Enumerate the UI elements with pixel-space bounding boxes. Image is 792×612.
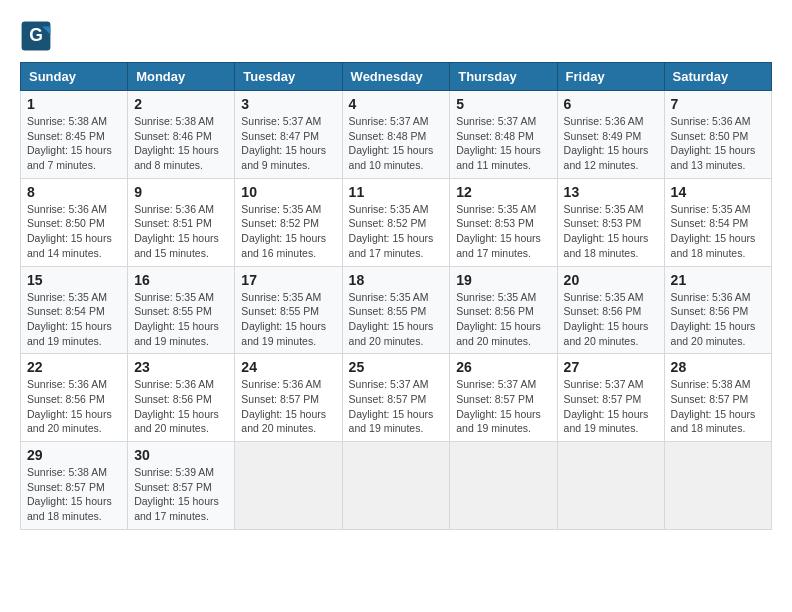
calendar-cell [450,442,557,530]
calendar-cell: 13 Sunrise: 5:35 AMSunset: 8:53 PMDaylig… [557,178,664,266]
calendar-cell: 1 Sunrise: 5:38 AMSunset: 8:45 PMDayligh… [21,91,128,179]
day-number: 17 [241,272,335,288]
day-number: 2 [134,96,228,112]
weekday-header: Monday [128,63,235,91]
day-info: Sunrise: 5:37 AMSunset: 8:57 PMDaylight:… [456,378,541,434]
day-number: 7 [671,96,765,112]
calendar-cell: 4 Sunrise: 5:37 AMSunset: 8:48 PMDayligh… [342,91,450,179]
calendar-cell: 23 Sunrise: 5:36 AMSunset: 8:56 PMDaylig… [128,354,235,442]
header-row: SundayMondayTuesdayWednesdayThursdayFrid… [21,63,772,91]
day-info: Sunrise: 5:35 AMSunset: 8:52 PMDaylight:… [349,203,434,259]
weekday-header: Friday [557,63,664,91]
weekday-header: Saturday [664,63,771,91]
calendar-cell: 28 Sunrise: 5:38 AMSunset: 8:57 PMDaylig… [664,354,771,442]
day-info: Sunrise: 5:35 AMSunset: 8:55 PMDaylight:… [349,291,434,347]
calendar-cell: 17 Sunrise: 5:35 AMSunset: 8:55 PMDaylig… [235,266,342,354]
calendar-cell: 27 Sunrise: 5:37 AMSunset: 8:57 PMDaylig… [557,354,664,442]
day-number: 1 [27,96,121,112]
calendar-cell: 26 Sunrise: 5:37 AMSunset: 8:57 PMDaylig… [450,354,557,442]
calendar-cell [235,442,342,530]
day-number: 30 [134,447,228,463]
day-info: Sunrise: 5:35 AMSunset: 8:53 PMDaylight:… [456,203,541,259]
calendar-row: 8 Sunrise: 5:36 AMSunset: 8:50 PMDayligh… [21,178,772,266]
day-number: 4 [349,96,444,112]
day-number: 28 [671,359,765,375]
svg-text:G: G [29,25,43,45]
calendar-cell: 24 Sunrise: 5:36 AMSunset: 8:57 PMDaylig… [235,354,342,442]
day-info: Sunrise: 5:36 AMSunset: 8:57 PMDaylight:… [241,378,326,434]
day-number: 22 [27,359,121,375]
day-info: Sunrise: 5:35 AMSunset: 8:52 PMDaylight:… [241,203,326,259]
day-info: Sunrise: 5:38 AMSunset: 8:46 PMDaylight:… [134,115,219,171]
day-number: 24 [241,359,335,375]
day-number: 10 [241,184,335,200]
day-info: Sunrise: 5:35 AMSunset: 8:54 PMDaylight:… [27,291,112,347]
day-info: Sunrise: 5:36 AMSunset: 8:50 PMDaylight:… [27,203,112,259]
calendar-cell: 6 Sunrise: 5:36 AMSunset: 8:49 PMDayligh… [557,91,664,179]
calendar: SundayMondayTuesdayWednesdayThursdayFrid… [20,62,772,530]
day-number: 6 [564,96,658,112]
calendar-cell: 10 Sunrise: 5:35 AMSunset: 8:52 PMDaylig… [235,178,342,266]
day-info: Sunrise: 5:35 AMSunset: 8:55 PMDaylight:… [241,291,326,347]
day-info: Sunrise: 5:37 AMSunset: 8:48 PMDaylight:… [456,115,541,171]
page-header: G [20,20,772,52]
day-info: Sunrise: 5:36 AMSunset: 8:51 PMDaylight:… [134,203,219,259]
day-info: Sunrise: 5:39 AMSunset: 8:57 PMDaylight:… [134,466,219,522]
logo: G [20,20,56,52]
calendar-cell: 7 Sunrise: 5:36 AMSunset: 8:50 PMDayligh… [664,91,771,179]
day-number: 15 [27,272,121,288]
calendar-cell [342,442,450,530]
calendar-row: 29 Sunrise: 5:38 AMSunset: 8:57 PMDaylig… [21,442,772,530]
day-number: 8 [27,184,121,200]
calendar-cell: 20 Sunrise: 5:35 AMSunset: 8:56 PMDaylig… [557,266,664,354]
calendar-cell: 12 Sunrise: 5:35 AMSunset: 8:53 PMDaylig… [450,178,557,266]
calendar-cell: 18 Sunrise: 5:35 AMSunset: 8:55 PMDaylig… [342,266,450,354]
day-number: 26 [456,359,550,375]
calendar-cell: 29 Sunrise: 5:38 AMSunset: 8:57 PMDaylig… [21,442,128,530]
day-number: 12 [456,184,550,200]
calendar-cell: 8 Sunrise: 5:36 AMSunset: 8:50 PMDayligh… [21,178,128,266]
day-number: 25 [349,359,444,375]
day-info: Sunrise: 5:38 AMSunset: 8:45 PMDaylight:… [27,115,112,171]
day-info: Sunrise: 5:36 AMSunset: 8:56 PMDaylight:… [134,378,219,434]
calendar-cell: 15 Sunrise: 5:35 AMSunset: 8:54 PMDaylig… [21,266,128,354]
calendar-cell [664,442,771,530]
calendar-cell: 19 Sunrise: 5:35 AMSunset: 8:56 PMDaylig… [450,266,557,354]
day-info: Sunrise: 5:37 AMSunset: 8:48 PMDaylight:… [349,115,434,171]
day-info: Sunrise: 5:36 AMSunset: 8:56 PMDaylight:… [27,378,112,434]
day-number: 9 [134,184,228,200]
day-number: 27 [564,359,658,375]
calendar-cell: 30 Sunrise: 5:39 AMSunset: 8:57 PMDaylig… [128,442,235,530]
weekday-header: Wednesday [342,63,450,91]
day-number: 29 [27,447,121,463]
calendar-cell: 14 Sunrise: 5:35 AMSunset: 8:54 PMDaylig… [664,178,771,266]
calendar-header: SundayMondayTuesdayWednesdayThursdayFrid… [21,63,772,91]
day-number: 13 [564,184,658,200]
day-info: Sunrise: 5:38 AMSunset: 8:57 PMDaylight:… [27,466,112,522]
calendar-cell: 2 Sunrise: 5:38 AMSunset: 8:46 PMDayligh… [128,91,235,179]
day-number: 20 [564,272,658,288]
logo-icon: G [20,20,52,52]
day-info: Sunrise: 5:36 AMSunset: 8:56 PMDaylight:… [671,291,756,347]
day-number: 3 [241,96,335,112]
calendar-cell: 25 Sunrise: 5:37 AMSunset: 8:57 PMDaylig… [342,354,450,442]
weekday-header: Sunday [21,63,128,91]
calendar-row: 22 Sunrise: 5:36 AMSunset: 8:56 PMDaylig… [21,354,772,442]
calendar-body: 1 Sunrise: 5:38 AMSunset: 8:45 PMDayligh… [21,91,772,530]
weekday-header: Tuesday [235,63,342,91]
calendar-cell: 11 Sunrise: 5:35 AMSunset: 8:52 PMDaylig… [342,178,450,266]
day-number: 14 [671,184,765,200]
calendar-row: 15 Sunrise: 5:35 AMSunset: 8:54 PMDaylig… [21,266,772,354]
day-info: Sunrise: 5:35 AMSunset: 8:56 PMDaylight:… [456,291,541,347]
day-info: Sunrise: 5:35 AMSunset: 8:55 PMDaylight:… [134,291,219,347]
day-info: Sunrise: 5:38 AMSunset: 8:57 PMDaylight:… [671,378,756,434]
calendar-cell: 21 Sunrise: 5:36 AMSunset: 8:56 PMDaylig… [664,266,771,354]
calendar-cell: 16 Sunrise: 5:35 AMSunset: 8:55 PMDaylig… [128,266,235,354]
calendar-cell [557,442,664,530]
day-info: Sunrise: 5:37 AMSunset: 8:57 PMDaylight:… [564,378,649,434]
day-info: Sunrise: 5:36 AMSunset: 8:50 PMDaylight:… [671,115,756,171]
day-number: 21 [671,272,765,288]
day-number: 19 [456,272,550,288]
calendar-row: 1 Sunrise: 5:38 AMSunset: 8:45 PMDayligh… [21,91,772,179]
day-info: Sunrise: 5:36 AMSunset: 8:49 PMDaylight:… [564,115,649,171]
